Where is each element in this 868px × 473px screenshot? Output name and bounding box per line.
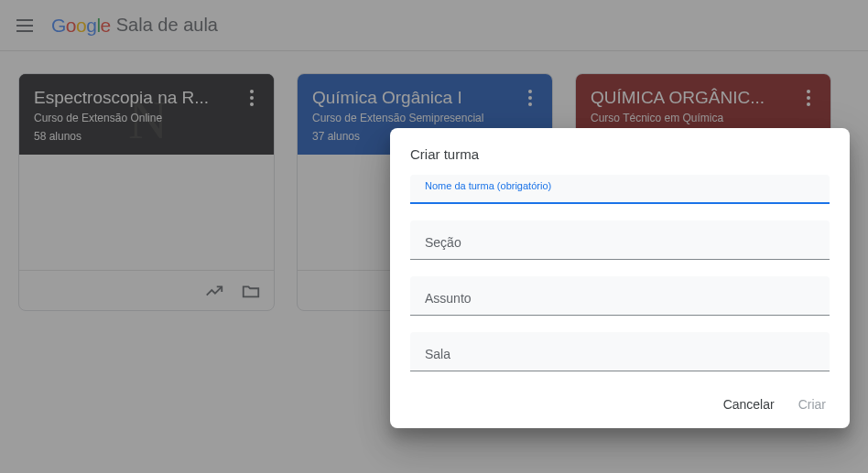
cancel-button[interactable]: Cancelar	[723, 397, 775, 412]
field-label: Seção	[425, 235, 815, 250]
section-field[interactable]: Seção	[410, 220, 830, 260]
create-button[interactable]: Criar	[798, 397, 826, 412]
field-label: Sala	[425, 347, 815, 361]
subject-field[interactable]: Assunto	[410, 276, 830, 316]
room-field[interactable]: Sala	[410, 332, 830, 371]
class-name-field[interactable]: Nome da turma (obrigatório)	[410, 175, 830, 204]
dialog-title: Criar turma	[410, 146, 830, 162]
field-label: Nome da turma (obrigatório)	[425, 180, 551, 191]
field-label: Assunto	[425, 291, 815, 306]
dialog-actions: Cancelar Criar	[410, 388, 830, 417]
create-class-dialog: Criar turma Nome da turma (obrigatório) …	[390, 128, 850, 428]
